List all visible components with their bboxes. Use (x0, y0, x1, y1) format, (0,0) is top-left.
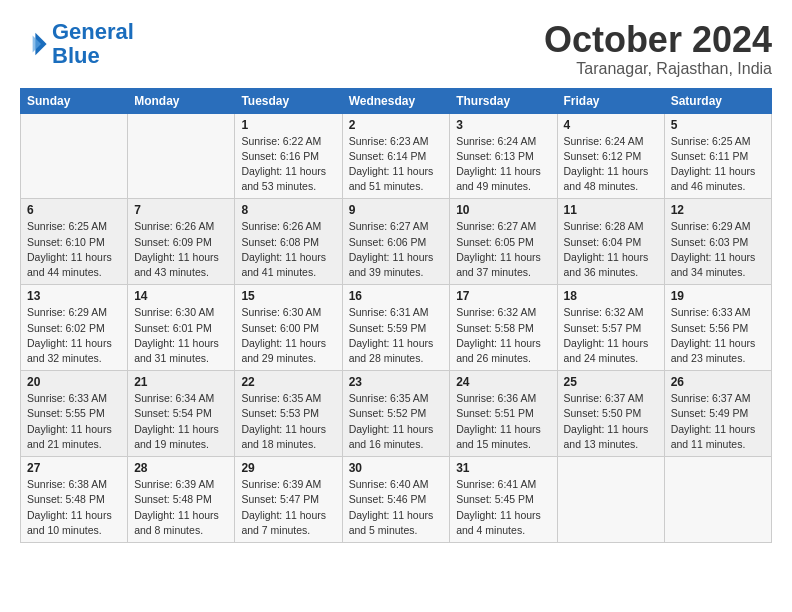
day-number: 4 (564, 118, 658, 132)
location-subtitle: Taranagar, Rajasthan, India (544, 60, 772, 78)
day-number: 31 (456, 461, 550, 475)
day-detail: Sunrise: 6:39 AM Sunset: 5:47 PM Dayligh… (241, 477, 335, 538)
header-cell-saturday: Saturday (664, 88, 771, 113)
day-cell: 18Sunrise: 6:32 AM Sunset: 5:57 PM Dayli… (557, 285, 664, 371)
day-cell: 5Sunrise: 6:25 AM Sunset: 6:11 PM Daylig… (664, 113, 771, 199)
day-cell: 9Sunrise: 6:27 AM Sunset: 6:06 PM Daylig… (342, 199, 450, 285)
page-header: General Blue October 2024 Taranagar, Raj… (20, 20, 772, 78)
day-cell (664, 457, 771, 543)
day-number: 12 (671, 203, 765, 217)
day-cell: 8Sunrise: 6:26 AM Sunset: 6:08 PM Daylig… (235, 199, 342, 285)
day-cell: 15Sunrise: 6:30 AM Sunset: 6:00 PM Dayli… (235, 285, 342, 371)
day-cell: 25Sunrise: 6:37 AM Sunset: 5:50 PM Dayli… (557, 371, 664, 457)
day-cell: 26Sunrise: 6:37 AM Sunset: 5:49 PM Dayli… (664, 371, 771, 457)
day-detail: Sunrise: 6:38 AM Sunset: 5:48 PM Dayligh… (27, 477, 121, 538)
day-number: 26 (671, 375, 765, 389)
day-detail: Sunrise: 6:27 AM Sunset: 6:06 PM Dayligh… (349, 219, 444, 280)
day-cell: 4Sunrise: 6:24 AM Sunset: 6:12 PM Daylig… (557, 113, 664, 199)
day-number: 21 (134, 375, 228, 389)
day-detail: Sunrise: 6:33 AM Sunset: 5:56 PM Dayligh… (671, 305, 765, 366)
header-cell-sunday: Sunday (21, 88, 128, 113)
header-cell-monday: Monday (128, 88, 235, 113)
day-number: 2 (349, 118, 444, 132)
day-number: 23 (349, 375, 444, 389)
logo: General Blue (20, 20, 134, 68)
day-cell: 29Sunrise: 6:39 AM Sunset: 5:47 PM Dayli… (235, 457, 342, 543)
week-row: 1Sunrise: 6:22 AM Sunset: 6:16 PM Daylig… (21, 113, 772, 199)
day-cell (557, 457, 664, 543)
day-number: 1 (241, 118, 335, 132)
calendar-header: SundayMondayTuesdayWednesdayThursdayFrid… (21, 88, 772, 113)
logo-icon (20, 30, 48, 58)
day-cell: 30Sunrise: 6:40 AM Sunset: 5:46 PM Dayli… (342, 457, 450, 543)
logo-text: General Blue (52, 20, 134, 68)
day-detail: Sunrise: 6:23 AM Sunset: 6:14 PM Dayligh… (349, 134, 444, 195)
day-detail: Sunrise: 6:28 AM Sunset: 6:04 PM Dayligh… (564, 219, 658, 280)
day-cell: 24Sunrise: 6:36 AM Sunset: 5:51 PM Dayli… (450, 371, 557, 457)
day-number: 19 (671, 289, 765, 303)
header-cell-thursday: Thursday (450, 88, 557, 113)
month-title: October 2024 (544, 20, 772, 60)
day-cell: 16Sunrise: 6:31 AM Sunset: 5:59 PM Dayli… (342, 285, 450, 371)
day-number: 13 (27, 289, 121, 303)
day-detail: Sunrise: 6:30 AM Sunset: 6:00 PM Dayligh… (241, 305, 335, 366)
day-detail: Sunrise: 6:31 AM Sunset: 5:59 PM Dayligh… (349, 305, 444, 366)
header-row: SundayMondayTuesdayWednesdayThursdayFrid… (21, 88, 772, 113)
day-cell: 10Sunrise: 6:27 AM Sunset: 6:05 PM Dayli… (450, 199, 557, 285)
day-number: 30 (349, 461, 444, 475)
day-detail: Sunrise: 6:26 AM Sunset: 6:08 PM Dayligh… (241, 219, 335, 280)
day-detail: Sunrise: 6:36 AM Sunset: 5:51 PM Dayligh… (456, 391, 550, 452)
day-cell: 31Sunrise: 6:41 AM Sunset: 5:45 PM Dayli… (450, 457, 557, 543)
day-number: 11 (564, 203, 658, 217)
week-row: 6Sunrise: 6:25 AM Sunset: 6:10 PM Daylig… (21, 199, 772, 285)
day-cell: 12Sunrise: 6:29 AM Sunset: 6:03 PM Dayli… (664, 199, 771, 285)
day-detail: Sunrise: 6:41 AM Sunset: 5:45 PM Dayligh… (456, 477, 550, 538)
day-detail: Sunrise: 6:24 AM Sunset: 6:12 PM Dayligh… (564, 134, 658, 195)
day-number: 8 (241, 203, 335, 217)
day-cell: 21Sunrise: 6:34 AM Sunset: 5:54 PM Dayli… (128, 371, 235, 457)
day-cell (21, 113, 128, 199)
day-detail: Sunrise: 6:34 AM Sunset: 5:54 PM Dayligh… (134, 391, 228, 452)
day-number: 7 (134, 203, 228, 217)
week-row: 13Sunrise: 6:29 AM Sunset: 6:02 PM Dayli… (21, 285, 772, 371)
day-cell: 13Sunrise: 6:29 AM Sunset: 6:02 PM Dayli… (21, 285, 128, 371)
day-number: 17 (456, 289, 550, 303)
calendar-table: SundayMondayTuesdayWednesdayThursdayFrid… (20, 88, 772, 543)
calendar-body: 1Sunrise: 6:22 AM Sunset: 6:16 PM Daylig… (21, 113, 772, 542)
day-detail: Sunrise: 6:37 AM Sunset: 5:49 PM Dayligh… (671, 391, 765, 452)
day-number: 25 (564, 375, 658, 389)
day-cell: 17Sunrise: 6:32 AM Sunset: 5:58 PM Dayli… (450, 285, 557, 371)
day-cell: 11Sunrise: 6:28 AM Sunset: 6:04 PM Dayli… (557, 199, 664, 285)
day-cell: 23Sunrise: 6:35 AM Sunset: 5:52 PM Dayli… (342, 371, 450, 457)
day-cell: 1Sunrise: 6:22 AM Sunset: 6:16 PM Daylig… (235, 113, 342, 199)
day-number: 16 (349, 289, 444, 303)
day-detail: Sunrise: 6:29 AM Sunset: 6:03 PM Dayligh… (671, 219, 765, 280)
day-cell: 22Sunrise: 6:35 AM Sunset: 5:53 PM Dayli… (235, 371, 342, 457)
day-number: 10 (456, 203, 550, 217)
week-row: 27Sunrise: 6:38 AM Sunset: 5:48 PM Dayli… (21, 457, 772, 543)
day-cell: 19Sunrise: 6:33 AM Sunset: 5:56 PM Dayli… (664, 285, 771, 371)
day-number: 18 (564, 289, 658, 303)
day-detail: Sunrise: 6:37 AM Sunset: 5:50 PM Dayligh… (564, 391, 658, 452)
day-number: 27 (27, 461, 121, 475)
day-detail: Sunrise: 6:25 AM Sunset: 6:11 PM Dayligh… (671, 134, 765, 195)
day-cell: 2Sunrise: 6:23 AM Sunset: 6:14 PM Daylig… (342, 113, 450, 199)
day-number: 3 (456, 118, 550, 132)
day-number: 6 (27, 203, 121, 217)
day-number: 29 (241, 461, 335, 475)
day-detail: Sunrise: 6:26 AM Sunset: 6:09 PM Dayligh… (134, 219, 228, 280)
day-number: 15 (241, 289, 335, 303)
day-detail: Sunrise: 6:39 AM Sunset: 5:48 PM Dayligh… (134, 477, 228, 538)
day-cell: 27Sunrise: 6:38 AM Sunset: 5:48 PM Dayli… (21, 457, 128, 543)
day-detail: Sunrise: 6:32 AM Sunset: 5:57 PM Dayligh… (564, 305, 658, 366)
day-number: 9 (349, 203, 444, 217)
day-detail: Sunrise: 6:35 AM Sunset: 5:52 PM Dayligh… (349, 391, 444, 452)
day-number: 24 (456, 375, 550, 389)
day-detail: Sunrise: 6:35 AM Sunset: 5:53 PM Dayligh… (241, 391, 335, 452)
day-detail: Sunrise: 6:33 AM Sunset: 5:55 PM Dayligh… (27, 391, 121, 452)
title-block: October 2024 Taranagar, Rajasthan, India (544, 20, 772, 78)
day-cell: 3Sunrise: 6:24 AM Sunset: 6:13 PM Daylig… (450, 113, 557, 199)
day-detail: Sunrise: 6:24 AM Sunset: 6:13 PM Dayligh… (456, 134, 550, 195)
day-number: 28 (134, 461, 228, 475)
day-cell: 20Sunrise: 6:33 AM Sunset: 5:55 PM Dayli… (21, 371, 128, 457)
